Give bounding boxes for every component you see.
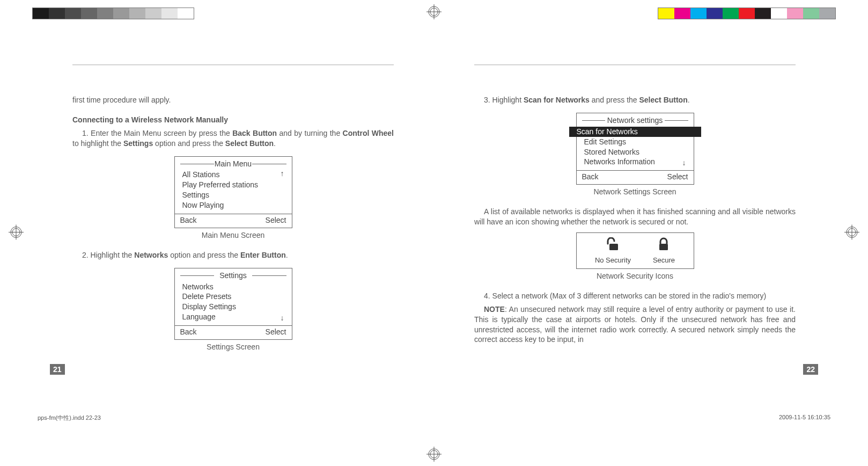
network-settings-screen: Network settings Scan for Networks Edit … [576,113,694,185]
scan-networks-label: Scan for Networks [524,96,590,104]
screen-title: Network settings [582,115,688,126]
header-rule [474,64,796,65]
select-label: Select [266,327,286,337]
page-right: 3. Highlight Scan for Networks and press… [474,64,796,383]
page-number-right: 22 [803,364,818,375]
text: . [274,139,276,148]
menu-item-selected: Scan for Networks [569,127,701,137]
text: and press the [590,96,639,104]
secure-label: Secure [653,256,675,265]
registration-mark-top [426,0,442,16]
text: 3. Highlight [484,96,524,104]
settings-label: Settings [123,139,153,148]
step-4: 4. Select a network (Max of 3 different … [474,291,796,301]
text: option and press the [168,251,240,259]
text: . [286,251,288,259]
select-label: Select [667,172,688,182]
arrow-down-icon: ↓ [682,158,686,168]
note-paragraph: NOTE: An unsecured network may still req… [474,304,796,345]
back-button-label: Back Button [232,129,277,137]
text: option and press the [153,139,225,148]
text: 2. Highlight the [82,251,134,259]
control-wheel-label: Control Wheel [343,129,394,137]
main-menu-screen: Main Menu ↑ All Stations Play Preferred … [174,156,292,228]
menu-item: Delete Presets [182,292,284,302]
select-button-label: Select Button [225,139,274,148]
screen-footer: Back Select [577,170,694,184]
menu-item: All Stations [182,170,284,180]
text: . [688,96,690,104]
svg-rect-16 [609,244,618,250]
note-label: NOTE [484,305,505,314]
networks-label: Networks [134,251,168,259]
no-security-icon [605,237,621,254]
registration-mark-right [847,224,863,242]
page-spread: first time procedure will apply. Connect… [72,64,796,383]
footer-meta: pps-fm(中性).indd 22-23 2009-11-5 16:10:35 [38,414,830,422]
menu-items: Scan for Networks Edit Settings Stored N… [577,126,694,171]
section-heading: Connecting to a Wireless Network Manuall… [72,115,394,125]
screen-footer: Back Select [175,214,292,228]
screen-caption: Main Menu Screen [72,230,394,241]
menu-item: Edit Settings [584,137,686,147]
color-patches [658,8,836,19]
grey-step-wedge [32,8,194,19]
screen-title: Main Menu [180,159,286,169]
menu-item: Settings [182,190,284,200]
menu-item: Now Playing [182,200,284,210]
menu-item: Display Settings [182,302,284,312]
select-label: Select [266,215,286,225]
registration-mark-left [5,224,21,242]
page-left: first time procedure will apply. Connect… [72,64,394,383]
svg-rect-17 [659,244,668,250]
secure-col: Secure [653,237,675,265]
text: to highlight the [72,139,123,148]
menu-items: ↑ All Stations Play Preferred stations S… [175,169,292,214]
paragraph-scan-result: A list of available networks is displaye… [474,207,796,227]
registration-mark-bottom [426,450,442,466]
text: 1. Enter the Main Menu screen by press t… [82,129,232,137]
note-text: : An unsecured network may still require… [474,305,796,344]
menu-item: Language [182,312,284,322]
screen-footer: Back Select [175,325,292,339]
settings-screen: Settings Networks Delete Presets Display… [174,268,292,340]
menu-item: Networks Information [584,157,686,167]
page-number-left: 21 [50,364,65,375]
select-button-label: Select Button [639,96,688,104]
enter-button-label: Enter Button [240,251,286,259]
screen-caption: Network Settings Screen [474,187,796,197]
screen-title: Settings [180,271,286,281]
arrow-down-icon: ↓ [281,313,284,323]
network-security-icons-box: No Security Secure [576,232,694,269]
icons-caption: Network Security Icons [474,271,796,281]
text: and by turning the [277,129,342,137]
footer-filename: pps-fm(中性).indd 22-23 [38,414,101,422]
no-security-col: No Security [595,237,631,265]
menu-item: Networks [182,282,284,292]
menu-item: Play Preferred stations [182,180,284,190]
arrow-up-icon: ↑ [281,169,284,179]
secure-icon [657,237,671,254]
back-label: Back [180,215,197,225]
screen-caption: Settings Screen [72,342,394,352]
menu-items: Networks Delete Presets Display Settings… [175,281,292,326]
menu-item: Stored Networks [584,147,686,157]
no-security-label: No Security [595,256,631,265]
continuation-text: first time procedure will apply. [72,95,394,105]
footer-timestamp: 2009-11-5 16:10:35 [779,414,830,422]
back-label: Back [582,172,599,182]
step-3: 3. Highlight Scan for Networks and press… [474,95,796,105]
step-1: 1. Enter the Main Menu screen by press t… [72,128,394,149]
header-rule [72,64,394,65]
back-label: Back [180,327,197,337]
step-2: 2. Highlight the Networks option and pre… [72,250,394,260]
